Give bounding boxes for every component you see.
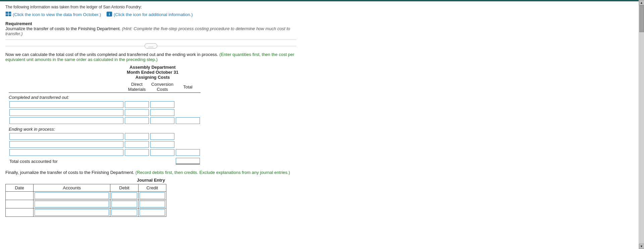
requirement-text: Journalize the transfer of costs to the … (5, 26, 297, 36)
c3-label-cell[interactable] (9, 117, 124, 125)
journal-table: Date Accounts Debit Credit (5, 184, 166, 217)
col-dm-top: Direct (125, 82, 148, 87)
journal-instr-prefix: Finally, journalize the transfer of cost… (5, 170, 134, 175)
scroll-thumb[interactable] (639, 5, 644, 32)
c2-cc-input[interactable] (150, 109, 174, 116)
icon2-link[interactable]: (Click the icon for additional informati… (114, 12, 193, 17)
e2-total-cell (175, 140, 201, 148)
j1-date-cell (6, 192, 34, 200)
j2-accounts-input[interactable] (35, 201, 109, 207)
e1-dm-cell[interactable] (124, 132, 150, 140)
e3-total-cell[interactable] (175, 148, 201, 157)
c2-total-cell (175, 109, 201, 117)
collapse-line-right (157, 46, 297, 46)
j3-date-cell (6, 208, 34, 217)
collapse-bar: ..... (5, 43, 297, 49)
e3-label-input[interactable] (9, 149, 123, 156)
j1-credit-cell[interactable] (138, 192, 166, 200)
scrollbar-right: ▲ ▼ (639, 0, 644, 249)
journal-header-row: Date Accounts Debit Credit (6, 184, 166, 192)
e2-label-input[interactable] (9, 141, 123, 148)
c2-dm-cell[interactable] (124, 109, 150, 117)
e2-cc-cell[interactable] (150, 140, 175, 148)
c3-total-cell[interactable] (175, 117, 201, 125)
dept-sub2: Assigning Costs (9, 75, 297, 80)
c3-dm-cell[interactable] (124, 117, 150, 125)
c1-cc-cell[interactable] (150, 101, 175, 109)
e3-total-input[interactable] (176, 149, 200, 156)
e1-label-cell[interactable] (9, 132, 124, 140)
e3-cc-input[interactable] (150, 149, 174, 156)
info-prefix: The following information was taken from… (5, 5, 142, 9)
j2-debit-cell[interactable] (110, 200, 138, 208)
info-line: The following information was taken from… (5, 5, 297, 9)
total-costs-row: Total costs accounted for (9, 157, 201, 165)
e2-dm-cell[interactable] (124, 140, 150, 148)
e2-label-cell[interactable] (9, 140, 124, 148)
table-section: Assembly Department Month Ended October … (9, 65, 297, 165)
j2-credit-cell[interactable] (138, 200, 166, 208)
j3-credit-cell[interactable] (138, 208, 166, 217)
total-costs-cell[interactable] (175, 157, 201, 165)
e2-dm-input[interactable] (125, 141, 149, 148)
c1-dm-cell[interactable] (124, 101, 150, 109)
e3-dm-input[interactable] (125, 149, 149, 156)
e3-dm-cell[interactable] (124, 148, 150, 157)
c3-cc-input[interactable] (150, 117, 174, 124)
c2-label-cell[interactable] (9, 109, 124, 117)
e3-label-cell[interactable] (9, 148, 124, 157)
completed-row-1 (9, 101, 201, 109)
j2-debit-input[interactable] (111, 201, 137, 207)
journal-debit-header: Debit (110, 184, 138, 192)
c1-cc-input[interactable] (150, 101, 174, 108)
j1-accounts-cell[interactable] (34, 192, 110, 200)
info-icon[interactable]: i (106, 11, 112, 18)
c3-label-input[interactable] (9, 117, 123, 124)
col-dm-header: Direct Materials (124, 81, 150, 93)
j1-debit-input[interactable] (111, 192, 137, 199)
c1-label-input[interactable] (9, 101, 123, 108)
c2-dm-input[interactable] (125, 109, 149, 116)
grid-icon[interactable] (5, 11, 11, 18)
j3-accounts-cell[interactable] (34, 208, 110, 217)
j3-credit-input[interactable] (140, 209, 165, 216)
j1-debit-cell[interactable] (110, 192, 138, 200)
j3-debit-input[interactable] (111, 209, 137, 216)
e1-dm-input[interactable] (125, 133, 149, 140)
e1-cc-input[interactable] (150, 133, 174, 140)
e2-cc-input[interactable] (150, 141, 174, 148)
journal-accounts-header: Accounts (34, 184, 110, 192)
svg-rect-1 (9, 12, 11, 14)
svg-rect-2 (6, 14, 8, 16)
scroll-down-button[interactable]: ▼ (639, 244, 644, 249)
e1-cc-cell[interactable] (150, 132, 175, 140)
c3-total-input[interactable] (176, 117, 200, 124)
ending-row-1 (9, 132, 201, 140)
divider1 (5, 40, 297, 40)
instruction-main: Now we can calculate the total cost of t… (5, 52, 297, 62)
journal-title: Journal Entry (5, 178, 297, 183)
c3-dm-input[interactable] (125, 117, 149, 124)
c2-cc-cell[interactable] (150, 109, 175, 117)
total-costs-input[interactable] (176, 158, 200, 165)
top-header-row: (Click the icon to view the data from Oc… (5, 11, 297, 18)
collapse-dots[interactable]: ..... (145, 43, 157, 49)
j3-debit-cell[interactable] (110, 208, 138, 217)
ending-row-2 (9, 140, 201, 148)
journal-date-header: Date (6, 184, 34, 192)
j2-accounts-cell[interactable] (34, 200, 110, 208)
icon1-link[interactable]: (Click the icon to view the data from Oc… (13, 12, 101, 17)
e1-label-input[interactable] (9, 133, 123, 140)
svg-rect-3 (9, 14, 11, 16)
j1-accounts-input[interactable] (35, 192, 109, 199)
j2-credit-input[interactable] (140, 201, 165, 207)
col-total-header: Total (175, 81, 201, 93)
c1-dm-input[interactable] (125, 101, 149, 108)
scroll-up-button[interactable]: ▲ (639, 0, 644, 5)
c3-cc-cell[interactable] (150, 117, 175, 125)
j1-credit-input[interactable] (140, 192, 165, 199)
j3-accounts-input[interactable] (35, 209, 109, 216)
c2-label-input[interactable] (9, 109, 123, 116)
c1-label-cell[interactable] (9, 101, 124, 109)
e3-cc-cell[interactable] (150, 148, 175, 157)
